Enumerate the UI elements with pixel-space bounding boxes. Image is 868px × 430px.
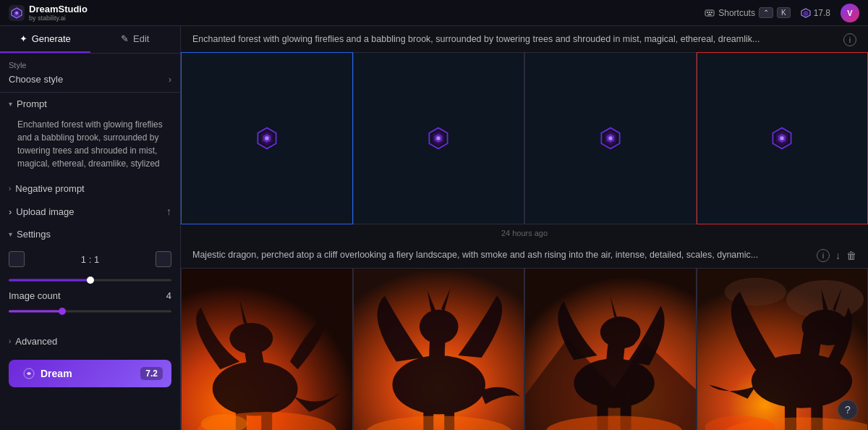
app-subtitle: by stability.ai [29,14,88,22]
ratio-label: 1 : 1 [81,254,99,265]
forest-scene-4 [697,53,868,224]
logo-text: DreamStudio by stability.ai [29,4,88,22]
negative-caret-icon: › [9,185,11,193]
forest-image-1[interactable] [181,52,353,224]
topbar: DreamStudio by stability.ai Shortcuts ⌃ … [0,0,868,26]
sidebar-tabs: ✦ Generate ✎ Edit [0,26,180,54]
chevron-right-icon: › [169,75,171,85]
generation-forest: Enchanted forest with glowing fireflies … [181,26,868,242]
image-count-row: Image count 4 [9,290,171,301]
settings-caret-icon: ▾ [9,230,12,238]
slider-fill [9,279,90,282]
dragon-image-2[interactable] [353,268,525,431]
count-slider[interactable] [9,305,171,317]
style-chooser[interactable]: Choose style › [9,74,171,85]
svg-rect-6 [709,12,710,13]
tab-generate-label: Generate [32,33,71,44]
ratio-slider[interactable] [9,274,171,286]
main-layout: ✦ Generate ✎ Edit Style Choose style › ▾… [0,26,868,430]
svg-point-17 [437,136,441,140]
avatar[interactable]: V [841,4,859,22]
count-slider-thumb[interactable] [59,308,66,315]
credits-display: 17.8 [801,8,830,18]
dragon-image-3[interactable] [524,268,697,431]
image-count-label: Image count [9,290,61,301]
topbar-right: Shortcuts ⌃ K 17.8 V [705,4,859,22]
negative-prompt-header[interactable]: › Negative prompt [0,177,180,200]
dragon-scene-3 [525,269,696,431]
settings-header[interactable]: ▾ Settings [0,223,180,245]
svg-point-30 [236,338,267,353]
dream-cost: 7.2 [140,367,163,380]
svg-rect-7 [711,12,712,13]
upload-image-label: Upload image [16,206,74,217]
download-icon[interactable]: ↓ [835,250,841,261]
info-button-forest[interactable]: i [843,33,856,46]
content-area: Enchanted forest with glowing fireflies … [181,26,868,430]
svg-point-21 [608,136,612,140]
dragon-scene-1 [182,269,352,431]
gen-forest-prompt: Enchanted forest with glowing fireflies … [192,33,838,46]
tab-edit[interactable]: ✎ Edit [90,26,181,53]
forest-scene-1 [182,53,352,224]
slider-thumb[interactable] [87,277,94,284]
dragon-svg-1 [182,269,352,431]
app-name: DreamStudio [29,4,88,15]
dragon-svg-3 [525,269,696,431]
forest-scene-2 [354,53,524,224]
svg-point-3 [15,12,18,14]
dream-button[interactable]: Dream 7.2 [9,360,171,387]
svg-rect-5 [707,12,708,13]
generation-dragon: Majestic dragon, perched atop a cliff ov… [181,242,868,431]
svg-point-25 [780,136,784,140]
upload-image-row[interactable]: › Upload image ↑ [0,200,180,223]
prompt-text[interactable]: Enchanted forest with glowing fireflies … [0,115,180,177]
keyboard-icon [705,8,715,18]
sidebar: ✦ Generate ✎ Edit Style Choose style › ▾… [0,26,181,430]
help-icon: ? [845,404,851,416]
prompt-header[interactable]: ▾ Prompt [0,93,180,115]
stability-logo-4 [769,125,795,151]
style-value: Choose style [9,74,63,85]
info-button-dragon[interactable]: i [817,249,830,262]
svg-point-38 [419,309,458,343]
credits-value: 17.8 [814,8,830,18]
dragon-scene-2 [354,269,524,431]
gen-forest-actions: i [843,33,856,46]
gen-dragon-prompt: Majestic dragon, perched atop a cliff ov… [192,249,811,262]
gen-dragon-actions: i ↓ 🗑 [817,249,856,262]
generate-icon: ✦ [20,33,27,44]
settings-label: Settings [17,229,51,240]
dragon-image-1[interactable] [181,268,353,431]
help-button[interactable]: ? [838,400,858,420]
image-count-value: 4 [166,290,171,301]
negative-prompt-label: Negative prompt [15,183,84,194]
settings-section: ▾ Settings 1 : 1 Image count [0,223,180,330]
upload-arrow-icon: ↑ [166,206,171,217]
forest-image-3[interactable] [524,52,697,224]
dragon-images-grid [181,268,868,431]
caret-down-icon: ▾ [9,100,12,108]
gen-forest-header: Enchanted forest with glowing fireflies … [181,26,868,52]
kbd1: ⌃ [759,7,773,18]
advanced-label: Advanced [15,336,57,347]
dragon-svg-2 [354,269,524,431]
topbar-left: DreamStudio by stability.ai [9,4,88,22]
shortcuts-button[interactable]: Shortcuts ⌃ K [705,7,790,18]
dream-icon [23,368,35,379]
tab-generate[interactable]: ✦ Generate [0,26,90,53]
gen-dragon-header: Majestic dragon, perched atop a cliff ov… [181,242,868,268]
forest-image-2[interactable] [353,52,525,224]
count-slider-fill [9,311,62,313]
stability-logo-2 [425,125,451,151]
forest-scene-3 [525,53,696,224]
stability-logo-3 [597,125,624,151]
forest-timestamp: 24 hours ago [181,224,868,242]
advanced-row[interactable]: › Advanced [0,330,180,353]
advanced-caret-icon: › [9,337,11,345]
dreamstudio-logo-icon [9,5,25,21]
ratio-row: 1 : 1 [9,251,171,267]
trash-icon[interactable]: 🗑 [846,250,856,261]
style-label: Style [9,61,171,69]
forest-image-4[interactable] [697,52,869,224]
